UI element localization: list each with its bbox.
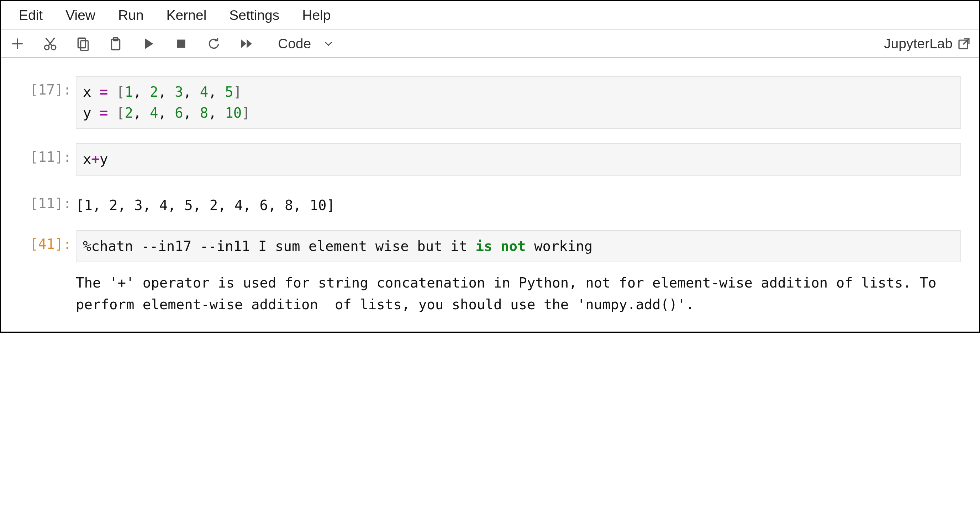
cell-output-text: The '+' operator is used for string conc… [76, 262, 961, 315]
svg-rect-2 [78, 38, 85, 48]
menu-settings[interactable]: Settings [229, 8, 279, 23]
code-token: , [133, 105, 150, 121]
code-token: 5 [225, 84, 233, 100]
copy-cell-button[interactable] [74, 35, 91, 52]
code-input[interactable]: x = [1, 2, 3, 4, 5] y = [2, 4, 6, 8, 10] [76, 76, 961, 129]
menu-edit[interactable]: Edit [19, 8, 43, 23]
run-cell-button[interactable] [140, 35, 157, 52]
fast-forward-icon [239, 36, 254, 51]
code-token: 2 [150, 84, 158, 100]
notebook-area: [17]:x = [1, 2, 3, 4, 5] y = [2, 4, 6, 8… [1, 58, 979, 331]
code-token: [ [116, 105, 124, 121]
menubar: Edit View Run Kernel Settings Help [1, 1, 979, 30]
code-token: , [208, 84, 225, 100]
code-token: , [183, 105, 200, 121]
cell-body: %chatn --in17 --in11 I sum element wise … [76, 230, 961, 315]
cell-prompt: [17]: [1, 76, 76, 98]
restart-icon [207, 36, 221, 51]
code-token: x [83, 151, 91, 167]
paste-cell-button[interactable] [107, 35, 124, 52]
cell-body: x = [1, 2, 3, 4, 5] y = [2, 4, 6, 8, 10] [76, 76, 961, 129]
code-token: ] [242, 105, 250, 121]
plus-icon [10, 36, 25, 51]
cell-prompt: [11]: [1, 143, 76, 165]
svg-rect-6 [177, 40, 185, 48]
code-input[interactable]: %chatn --in17 --in11 I sum element wise … [76, 230, 961, 263]
cell-prompt: [41]: [1, 230, 76, 252]
code-token: , [158, 84, 175, 100]
code-token: ] [234, 84, 242, 100]
cell-body: x+y [76, 143, 961, 176]
code-token: y [83, 105, 100, 121]
cut-icon [43, 36, 58, 51]
code-token: 4 [200, 84, 208, 100]
cell-body: [1, 2, 3, 4, 5, 2, 4, 6, 8, 10] [76, 190, 961, 216]
code-token: 3 [175, 84, 183, 100]
cut-cell-button[interactable] [41, 35, 59, 52]
notebook-window: Edit View Run Kernel Settings Help [0, 0, 980, 333]
run-all-button[interactable] [238, 35, 255, 52]
svg-rect-3 [81, 41, 88, 51]
chevron-down-icon [323, 38, 334, 49]
code-token: , [158, 105, 175, 121]
cell-output: [1, 2, 3, 4, 5, 2, 4, 6, 8, 10] [76, 190, 961, 216]
menu-help[interactable]: Help [302, 8, 331, 23]
code-token: 6 [175, 105, 183, 121]
code-input[interactable]: x+y [76, 143, 961, 176]
code-token: y [100, 151, 108, 167]
code-token: , [133, 84, 150, 100]
code-token: + [91, 151, 99, 167]
cell: [11]:[1, 2, 3, 4, 5, 2, 4, 6, 8, 10] [1, 190, 972, 216]
restart-kernel-button[interactable] [205, 35, 223, 52]
code-token: = [100, 105, 108, 121]
code-token: 1 [124, 84, 133, 100]
code-token: , [208, 105, 225, 121]
paste-icon [108, 36, 123, 51]
code-token: [ [116, 84, 124, 100]
code-token: = [100, 84, 108, 100]
brand-label: JupyterLab [884, 36, 953, 52]
cell-type-select[interactable]: Code [278, 36, 334, 52]
menu-kernel[interactable]: Kernel [167, 8, 207, 23]
cell-type-label: Code [278, 36, 311, 52]
cell-prompt: [11]: [1, 190, 76, 211]
code-token: working [526, 238, 592, 254]
cell: [17]:x = [1, 2, 3, 4, 5] y = [2, 4, 6, 8… [1, 76, 972, 129]
menu-view[interactable]: View [65, 8, 95, 23]
play-icon [141, 36, 156, 51]
copy-icon [75, 36, 91, 51]
code-token: 2 [124, 105, 133, 121]
cell: [11]:x+y [1, 143, 972, 176]
code-token: , [183, 84, 200, 100]
toolbar: Code JupyterLab [1, 30, 979, 58]
cell: [41]:%chatn --in17 --in11 I sum element … [1, 230, 972, 315]
external-link-icon [957, 36, 971, 51]
code-token [108, 84, 116, 100]
brand-link[interactable]: JupyterLab [884, 36, 971, 52]
code-token: 8 [200, 105, 208, 121]
add-cell-button[interactable] [9, 35, 26, 52]
code-token: x [83, 84, 100, 100]
stop-icon [173, 36, 189, 51]
menu-run[interactable]: Run [118, 8, 144, 23]
stop-kernel-button[interactable] [173, 35, 190, 52]
code-token: 10 [225, 105, 242, 121]
code-token: 4 [150, 105, 158, 121]
code-token [108, 105, 116, 121]
code-token: is not [476, 238, 526, 254]
code-token: %chatn --in17 --in11 I sum element wise … [83, 238, 476, 254]
